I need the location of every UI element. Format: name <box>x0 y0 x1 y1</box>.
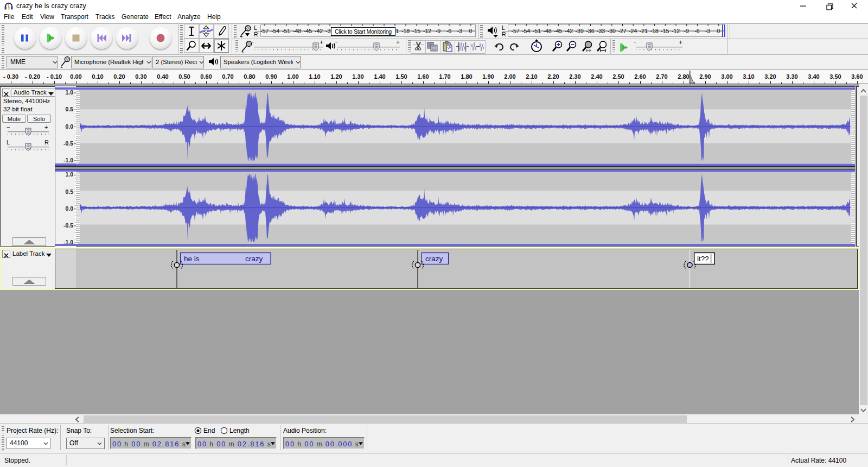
svg-text:0: 0 <box>469 28 473 34</box>
svg-text:0.00: 0.00 <box>70 73 81 80</box>
svg-text:-48: -48 <box>293 28 301 34</box>
svg-text:2.70: 2.70 <box>656 73 667 80</box>
svg-text:0.0: 0.0 <box>65 123 73 129</box>
svg-text:2.10: 2.10 <box>526 73 537 80</box>
svg-text:0.90: 0.90 <box>265 73 277 80</box>
svg-text:-42: -42 <box>565 28 573 34</box>
svg-text:-27: -27 <box>618 28 626 34</box>
svg-text:3.20: 3.20 <box>764 73 776 80</box>
svg-text:-: - <box>335 39 337 46</box>
svg-text:1.90: 1.90 <box>482 73 494 80</box>
svg-text:0.5: 0.5 <box>65 188 73 194</box>
svg-text:- 0.30: - 0.30 <box>3 73 18 80</box>
svg-text:-51: -51 <box>533 28 541 34</box>
svg-text:1.70: 1.70 <box>439 73 450 80</box>
svg-text:0.10: 0.10 <box>92 73 103 80</box>
svg-text:+: + <box>396 39 400 46</box>
svg-text:1.20: 1.20 <box>330 73 342 80</box>
svg-text:-12: -12 <box>672 28 680 34</box>
svg-text:-3: -3 <box>457 28 462 34</box>
svg-text:-30: -30 <box>608 28 616 34</box>
svg-text:0.80: 0.80 <box>244 73 255 80</box>
svg-text:1.80: 1.80 <box>461 73 472 80</box>
svg-text:crazy: crazy <box>425 255 443 263</box>
svg-text:-33: -33 <box>597 28 605 34</box>
svg-text:0.50: 0.50 <box>178 73 190 80</box>
svg-text:-21: -21 <box>640 28 648 34</box>
svg-text:2.80: 2.80 <box>678 73 689 80</box>
svg-text:-18: -18 <box>401 28 410 34</box>
svg-text:2.00: 2.00 <box>504 73 515 80</box>
svg-text:- 0.20: - 0.20 <box>25 73 40 80</box>
svg-text:3.40: 3.40 <box>808 73 819 80</box>
svg-text:-51: -51 <box>282 28 290 34</box>
svg-text:-42: -42 <box>315 28 323 34</box>
svg-text:-0.5: -0.5 <box>63 140 73 146</box>
svg-text:0.5: 0.5 <box>65 106 73 112</box>
svg-text:2.30: 2.30 <box>569 73 580 80</box>
svg-text:-18: -18 <box>650 28 659 34</box>
svg-text:-54: -54 <box>271 28 279 34</box>
svg-text:0.30: 0.30 <box>135 73 146 80</box>
svg-text:2.20: 2.20 <box>547 73 559 80</box>
svg-text:+: + <box>679 39 682 46</box>
svg-text:0.40: 0.40 <box>157 73 168 80</box>
svg-text:1.0: 1.0 <box>65 89 73 96</box>
svg-text:L: L <box>7 140 10 146</box>
svg-text:-: - <box>252 39 254 46</box>
svg-text:0: 0 <box>717 28 720 34</box>
svg-text:-57: -57 <box>511 28 519 34</box>
svg-text:- 0.10: - 0.10 <box>47 73 62 80</box>
svg-text:-0.5: -0.5 <box>63 222 73 229</box>
svg-text:3.10: 3.10 <box>743 73 754 80</box>
svg-text:3.50: 3.50 <box>829 73 841 80</box>
svg-text:-45: -45 <box>304 28 312 34</box>
svg-text:-57: -57 <box>260 28 269 34</box>
svg-text:-: - <box>634 39 636 46</box>
svg-text:0.70: 0.70 <box>222 73 233 80</box>
svg-text:1.0: 1.0 <box>65 171 73 178</box>
svg-text:-9: -9 <box>684 28 689 34</box>
svg-text:it??: it?? <box>697 255 709 263</box>
svg-text:0.60: 0.60 <box>200 73 212 80</box>
svg-text:−: − <box>7 124 10 130</box>
svg-text:3.30: 3.30 <box>786 73 797 80</box>
svg-text:+: + <box>320 39 323 46</box>
svg-text:-36: -36 <box>586 28 594 34</box>
svg-text:-6: -6 <box>694 28 699 34</box>
svg-text:1.00: 1.00 <box>287 73 298 80</box>
svg-text:he is: he is <box>184 255 200 263</box>
svg-text:1.10: 1.10 <box>309 73 320 80</box>
svg-text:-12: -12 <box>423 28 431 34</box>
svg-text:-54: -54 <box>522 28 530 34</box>
svg-text:-3: -3 <box>705 28 710 34</box>
svg-text:3.60: 3.60 <box>851 73 863 80</box>
svg-text:2.50: 2.50 <box>612 73 624 80</box>
svg-text:1.50: 1.50 <box>395 73 407 80</box>
svg-text:-24: -24 <box>629 28 637 34</box>
svg-text:0.0: 0.0 <box>65 205 73 211</box>
svg-text:1.30: 1.30 <box>352 73 363 80</box>
svg-text:crazy: crazy <box>245 255 263 263</box>
svg-text:-6: -6 <box>446 28 451 34</box>
svg-text:1.40: 1.40 <box>374 73 385 80</box>
svg-text:-15: -15 <box>661 28 669 34</box>
svg-text:-15: -15 <box>412 28 420 34</box>
svg-text:R: R <box>44 140 49 146</box>
svg-text:-9: -9 <box>436 28 441 34</box>
svg-text:-39: -39 <box>576 28 584 34</box>
svg-text:-45: -45 <box>554 28 562 34</box>
svg-text:3.00: 3.00 <box>721 73 732 80</box>
svg-text:2.40: 2.40 <box>591 73 602 80</box>
svg-text:+: + <box>44 124 48 130</box>
svg-text:2.60: 2.60 <box>634 73 646 80</box>
svg-text:1.60: 1.60 <box>417 73 429 80</box>
svg-text:-48: -48 <box>544 28 552 34</box>
svg-text:-1.0: -1.0 <box>63 157 73 163</box>
svg-text:0.20: 0.20 <box>113 73 125 80</box>
svg-text:2.90: 2.90 <box>699 73 711 80</box>
